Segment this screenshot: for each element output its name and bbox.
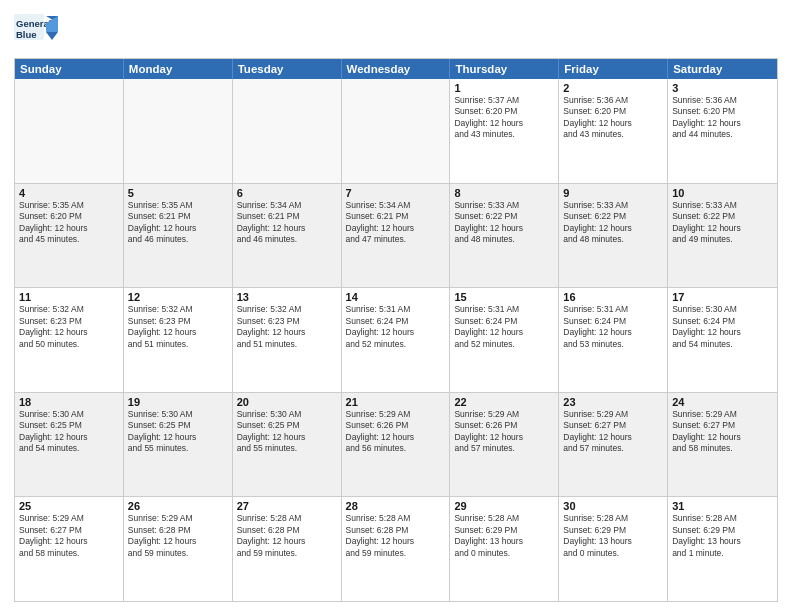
day-info: Sunrise: 5:30 AM Sunset: 6:25 PM Dayligh… <box>237 409 337 455</box>
day-info: Sunrise: 5:29 AM Sunset: 6:27 PM Dayligh… <box>19 513 119 559</box>
day-number: 28 <box>346 500 446 512</box>
logo: General Blue <box>14 10 104 50</box>
empty-cell <box>233 79 342 183</box>
day-info: Sunrise: 5:29 AM Sunset: 6:28 PM Dayligh… <box>128 513 228 559</box>
day-number: 26 <box>128 500 228 512</box>
day-cell-11: 11Sunrise: 5:32 AM Sunset: 6:23 PM Dayli… <box>15 288 124 392</box>
header-day-thursday: Thursday <box>450 59 559 79</box>
day-number: 14 <box>346 291 446 303</box>
day-number: 9 <box>563 187 663 199</box>
day-cell-16: 16Sunrise: 5:31 AM Sunset: 6:24 PM Dayli… <box>559 288 668 392</box>
day-cell-7: 7Sunrise: 5:34 AM Sunset: 6:21 PM Daylig… <box>342 184 451 288</box>
day-info: Sunrise: 5:30 AM Sunset: 6:24 PM Dayligh… <box>672 304 773 350</box>
day-cell-21: 21Sunrise: 5:29 AM Sunset: 6:26 PM Dayli… <box>342 393 451 497</box>
day-info: Sunrise: 5:30 AM Sunset: 6:25 PM Dayligh… <box>19 409 119 455</box>
day-info: Sunrise: 5:31 AM Sunset: 6:24 PM Dayligh… <box>346 304 446 350</box>
calendar: SundayMondayTuesdayWednesdayThursdayFrid… <box>14 58 778 602</box>
day-cell-1: 1Sunrise: 5:37 AM Sunset: 6:20 PM Daylig… <box>450 79 559 183</box>
logo-svg: General Blue <box>14 10 104 50</box>
day-info: Sunrise: 5:31 AM Sunset: 6:24 PM Dayligh… <box>563 304 663 350</box>
day-cell-2: 2Sunrise: 5:36 AM Sunset: 6:20 PM Daylig… <box>559 79 668 183</box>
day-number: 18 <box>19 396 119 408</box>
day-number: 30 <box>563 500 663 512</box>
day-cell-24: 24Sunrise: 5:29 AM Sunset: 6:27 PM Dayli… <box>668 393 777 497</box>
header-day-saturday: Saturday <box>668 59 777 79</box>
day-number: 29 <box>454 500 554 512</box>
day-info: Sunrise: 5:32 AM Sunset: 6:23 PM Dayligh… <box>19 304 119 350</box>
day-info: Sunrise: 5:29 AM Sunset: 6:26 PM Dayligh… <box>454 409 554 455</box>
calendar-row-4: 25Sunrise: 5:29 AM Sunset: 6:27 PM Dayli… <box>15 496 777 601</box>
day-info: Sunrise: 5:29 AM Sunset: 6:27 PM Dayligh… <box>672 409 773 455</box>
header-day-tuesday: Tuesday <box>233 59 342 79</box>
day-number: 22 <box>454 396 554 408</box>
day-number: 20 <box>237 396 337 408</box>
day-number: 6 <box>237 187 337 199</box>
day-info: Sunrise: 5:35 AM Sunset: 6:20 PM Dayligh… <box>19 200 119 246</box>
svg-text:Blue: Blue <box>16 29 37 40</box>
day-info: Sunrise: 5:29 AM Sunset: 6:27 PM Dayligh… <box>563 409 663 455</box>
header-day-sunday: Sunday <box>15 59 124 79</box>
day-info: Sunrise: 5:34 AM Sunset: 6:21 PM Dayligh… <box>237 200 337 246</box>
header-day-monday: Monday <box>124 59 233 79</box>
day-cell-17: 17Sunrise: 5:30 AM Sunset: 6:24 PM Dayli… <box>668 288 777 392</box>
day-info: Sunrise: 5:29 AM Sunset: 6:26 PM Dayligh… <box>346 409 446 455</box>
day-number: 15 <box>454 291 554 303</box>
day-cell-26: 26Sunrise: 5:29 AM Sunset: 6:28 PM Dayli… <box>124 497 233 601</box>
day-cell-25: 25Sunrise: 5:29 AM Sunset: 6:27 PM Dayli… <box>15 497 124 601</box>
calendar-row-1: 4Sunrise: 5:35 AM Sunset: 6:20 PM Daylig… <box>15 183 777 288</box>
day-cell-10: 10Sunrise: 5:33 AM Sunset: 6:22 PM Dayli… <box>668 184 777 288</box>
day-cell-18: 18Sunrise: 5:30 AM Sunset: 6:25 PM Dayli… <box>15 393 124 497</box>
empty-cell <box>15 79 124 183</box>
day-number: 21 <box>346 396 446 408</box>
day-number: 16 <box>563 291 663 303</box>
calendar-row-0: 1Sunrise: 5:37 AM Sunset: 6:20 PM Daylig… <box>15 79 777 183</box>
day-number: 1 <box>454 82 554 94</box>
day-cell-4: 4Sunrise: 5:35 AM Sunset: 6:20 PM Daylig… <box>15 184 124 288</box>
day-number: 17 <box>672 291 773 303</box>
day-number: 31 <box>672 500 773 512</box>
calendar-header: SundayMondayTuesdayWednesdayThursdayFrid… <box>15 59 777 79</box>
day-number: 12 <box>128 291 228 303</box>
day-info: Sunrise: 5:28 AM Sunset: 6:28 PM Dayligh… <box>237 513 337 559</box>
day-number: 2 <box>563 82 663 94</box>
day-number: 7 <box>346 187 446 199</box>
day-number: 10 <box>672 187 773 199</box>
day-info: Sunrise: 5:36 AM Sunset: 6:20 PM Dayligh… <box>672 95 773 141</box>
day-info: Sunrise: 5:32 AM Sunset: 6:23 PM Dayligh… <box>237 304 337 350</box>
day-cell-28: 28Sunrise: 5:28 AM Sunset: 6:28 PM Dayli… <box>342 497 451 601</box>
day-info: Sunrise: 5:33 AM Sunset: 6:22 PM Dayligh… <box>672 200 773 246</box>
day-info: Sunrise: 5:37 AM Sunset: 6:20 PM Dayligh… <box>454 95 554 141</box>
day-cell-14: 14Sunrise: 5:31 AM Sunset: 6:24 PM Dayli… <box>342 288 451 392</box>
day-number: 13 <box>237 291 337 303</box>
day-cell-3: 3Sunrise: 5:36 AM Sunset: 6:20 PM Daylig… <box>668 79 777 183</box>
page: General Blue SundayMondayTuesdayWednesda… <box>0 0 792 612</box>
header-day-friday: Friday <box>559 59 668 79</box>
empty-cell <box>124 79 233 183</box>
day-number: 27 <box>237 500 337 512</box>
day-cell-8: 8Sunrise: 5:33 AM Sunset: 6:22 PM Daylig… <box>450 184 559 288</box>
calendar-row-2: 11Sunrise: 5:32 AM Sunset: 6:23 PM Dayli… <box>15 287 777 392</box>
day-number: 23 <box>563 396 663 408</box>
day-info: Sunrise: 5:33 AM Sunset: 6:22 PM Dayligh… <box>563 200 663 246</box>
header-day-wednesday: Wednesday <box>342 59 451 79</box>
calendar-row-3: 18Sunrise: 5:30 AM Sunset: 6:25 PM Dayli… <box>15 392 777 497</box>
day-info: Sunrise: 5:28 AM Sunset: 6:29 PM Dayligh… <box>563 513 663 559</box>
day-number: 8 <box>454 187 554 199</box>
day-number: 24 <box>672 396 773 408</box>
day-info: Sunrise: 5:28 AM Sunset: 6:29 PM Dayligh… <box>454 513 554 559</box>
day-info: Sunrise: 5:28 AM Sunset: 6:28 PM Dayligh… <box>346 513 446 559</box>
day-cell-5: 5Sunrise: 5:35 AM Sunset: 6:21 PM Daylig… <box>124 184 233 288</box>
day-cell-27: 27Sunrise: 5:28 AM Sunset: 6:28 PM Dayli… <box>233 497 342 601</box>
day-cell-22: 22Sunrise: 5:29 AM Sunset: 6:26 PM Dayli… <box>450 393 559 497</box>
day-info: Sunrise: 5:32 AM Sunset: 6:23 PM Dayligh… <box>128 304 228 350</box>
day-number: 25 <box>19 500 119 512</box>
day-cell-30: 30Sunrise: 5:28 AM Sunset: 6:29 PM Dayli… <box>559 497 668 601</box>
day-number: 11 <box>19 291 119 303</box>
day-cell-12: 12Sunrise: 5:32 AM Sunset: 6:23 PM Dayli… <box>124 288 233 392</box>
day-number: 3 <box>672 82 773 94</box>
empty-cell <box>342 79 451 183</box>
day-cell-23: 23Sunrise: 5:29 AM Sunset: 6:27 PM Dayli… <box>559 393 668 497</box>
day-cell-19: 19Sunrise: 5:30 AM Sunset: 6:25 PM Dayli… <box>124 393 233 497</box>
header: General Blue <box>14 10 778 50</box>
day-cell-31: 31Sunrise: 5:28 AM Sunset: 6:29 PM Dayli… <box>668 497 777 601</box>
